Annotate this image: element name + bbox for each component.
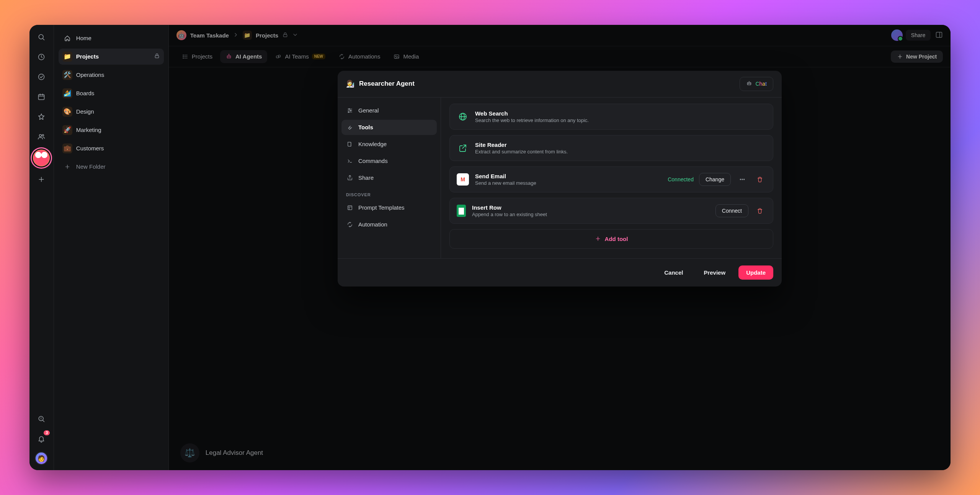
- tool-site-reader[interactable]: Site Reader Extract and summarize conten…: [449, 135, 773, 161]
- globe-icon: [457, 111, 469, 123]
- tool-title: Send Email: [475, 173, 536, 179]
- svg-point-9: [39, 134, 42, 137]
- folder-icon: 🛠️: [62, 70, 72, 80]
- svg-line-14: [43, 420, 44, 422]
- app-shell: 3 Home 📁 Projects 🛠️ Operations 🏄 Boards: [29, 25, 951, 471]
- sidebar-item-label: Operations: [76, 72, 104, 78]
- notifications-icon[interactable]: 3: [34, 432, 48, 446]
- more-icon[interactable]: [736, 173, 748, 186]
- tool-description: Send a new email message: [475, 180, 536, 186]
- tool-title: Web Search: [475, 110, 589, 117]
- modal-nav-label: Automation: [358, 221, 387, 228]
- modal-nav-prompt-templates[interactable]: Prompt Templates: [341, 200, 437, 215]
- modal-footer: Cancel Preview Update: [338, 258, 782, 287]
- workspace-avatar[interactable]: [33, 150, 50, 166]
- tool-web-search[interactable]: Web Search Search the web to retrieve in…: [449, 104, 773, 130]
- svg-point-62: [744, 179, 745, 180]
- sidebar-item-operations[interactable]: 🛠️ Operations: [59, 67, 164, 83]
- left-rail: 3: [29, 25, 54, 471]
- tool-title: Insert Row: [472, 204, 547, 211]
- sidebar-item-label: Projects: [76, 53, 99, 60]
- modal-nav-automation[interactable]: Automation: [341, 217, 437, 232]
- google-sheets-icon: [457, 205, 466, 217]
- modal-nav-general[interactable]: General: [341, 103, 437, 118]
- help-icon[interactable]: [34, 412, 48, 426]
- plus-icon: [595, 236, 601, 242]
- tool-description: Extract and summarize content from links…: [475, 149, 568, 155]
- recent-icon[interactable]: [34, 50, 48, 64]
- agent-settings-modal: 👩‍🔬 Researcher Agent Chat: [338, 71, 782, 287]
- star-icon[interactable]: [34, 110, 48, 124]
- modal-nav-share[interactable]: Share: [341, 170, 437, 186]
- add-tool-button[interactable]: Add tool: [449, 229, 773, 249]
- folder-icon: 🎨: [62, 107, 72, 117]
- sidebar-item-boards[interactable]: 🏄 Boards: [59, 85, 164, 101]
- gmail-icon: M: [457, 173, 469, 186]
- svg-line-59: [462, 145, 466, 148]
- svg-point-42: [750, 83, 751, 84]
- agent-emoji: 👩‍🔬: [346, 80, 354, 88]
- sidebar-item-design[interactable]: 🎨 Design: [59, 104, 164, 120]
- svg-point-10: [42, 134, 44, 136]
- tool-insert-row: Insert Row Append a row to an existing s…: [449, 198, 773, 224]
- folder-sidebar: Home 📁 Projects 🛠️ Operations 🏄 Boards 🎨…: [54, 25, 169, 471]
- chat-button-label: Chat: [755, 81, 767, 87]
- delete-icon[interactable]: [754, 173, 766, 186]
- sidebar-item-projects[interactable]: 📁 Projects: [59, 49, 164, 65]
- template-icon: [346, 204, 354, 212]
- sidebar-item-label: Design: [76, 108, 94, 115]
- current-user-avatar[interactable]: [35, 452, 48, 465]
- sidebar-new-folder[interactable]: New Folder: [59, 159, 164, 175]
- agent-title: Researcher Agent: [359, 80, 415, 88]
- modal-nav-knowledge[interactable]: Knowledge: [341, 137, 437, 152]
- modal-sidebar: General Tools Knowledge: [338, 98, 441, 258]
- tasks-icon[interactable]: [34, 70, 48, 84]
- modal-nav-label: General: [358, 107, 379, 114]
- calendar-icon[interactable]: [34, 90, 48, 104]
- automation-icon: [346, 221, 354, 228]
- chat-button[interactable]: Chat: [740, 77, 773, 91]
- connect-button[interactable]: Connect: [715, 204, 748, 217]
- svg-point-3: [39, 74, 44, 80]
- sliders-icon: [346, 107, 354, 114]
- modal-overlay[interactable]: 👩‍🔬 Researcher Agent Chat: [169, 25, 951, 471]
- folder-icon: 🚀: [62, 125, 72, 135]
- svg-rect-53: [348, 205, 352, 210]
- modal-nav-label: Tools: [358, 124, 373, 130]
- robot-icon: [746, 80, 752, 88]
- svg-point-61: [742, 179, 743, 180]
- sidebar-item-marketing[interactable]: 🚀 Marketing: [59, 122, 164, 138]
- add-workspace-icon[interactable]: [34, 173, 48, 186]
- svg-point-41: [748, 83, 749, 84]
- modal-nav-tools[interactable]: Tools: [341, 120, 437, 135]
- svg-line-1: [43, 38, 44, 40]
- modal-nav-label: Prompt Templates: [358, 204, 405, 211]
- people-icon[interactable]: [34, 130, 48, 143]
- sidebar-new-folder-label: New Folder: [76, 163, 106, 170]
- modal-nav-label: Commands: [358, 158, 388, 164]
- svg-marker-8: [39, 114, 44, 119]
- update-button[interactable]: Update: [738, 265, 773, 280]
- sidebar-home[interactable]: Home: [59, 30, 164, 46]
- svg-rect-4: [39, 94, 44, 99]
- share-icon: [346, 174, 354, 182]
- plus-icon: [62, 162, 72, 172]
- cancel-button[interactable]: Cancel: [657, 265, 691, 280]
- modal-body: General Tools Knowledge: [338, 98, 782, 258]
- tool-send-email: M Send Email Send a new email message Co…: [449, 166, 773, 192]
- lock-icon: [154, 53, 160, 60]
- modal-header: 👩‍🔬 Researcher Agent Chat: [338, 71, 782, 98]
- svg-rect-17: [155, 56, 158, 58]
- book-icon: [346, 140, 354, 148]
- preview-button[interactable]: Preview: [696, 265, 733, 280]
- add-tool-label: Add tool: [605, 236, 628, 242]
- modal-nav-commands[interactable]: Commands: [341, 153, 437, 169]
- change-button[interactable]: Change: [699, 173, 731, 186]
- search-icon[interactable]: [34, 30, 48, 44]
- folder-icon: 🏄: [62, 88, 72, 98]
- sidebar-item-customers[interactable]: 💼 Customers: [59, 140, 164, 156]
- external-link-icon: [457, 142, 469, 154]
- sidebar-item-label: Marketing: [76, 127, 101, 133]
- tool-description: Append a row to an existing sheet: [472, 212, 547, 217]
- delete-icon[interactable]: [754, 205, 766, 217]
